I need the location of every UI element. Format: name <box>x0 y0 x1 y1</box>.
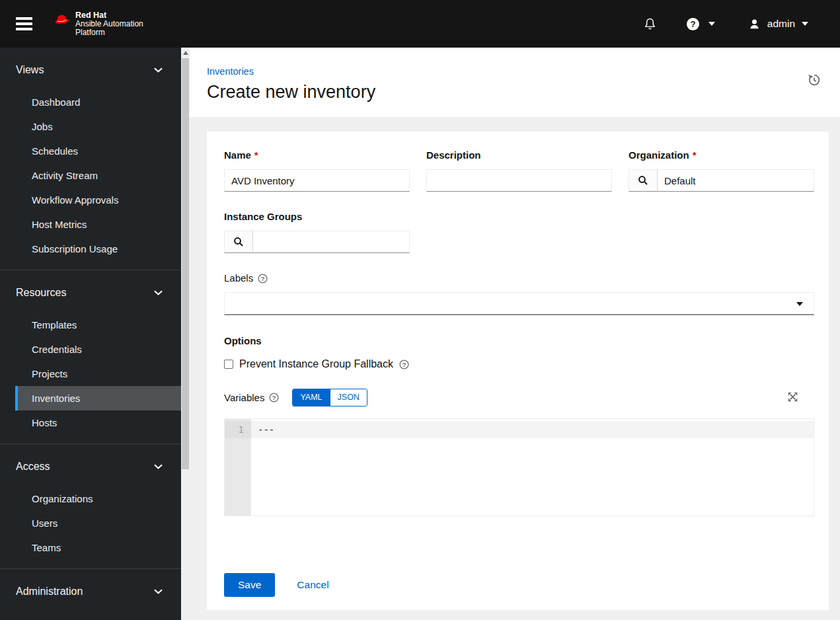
labels-select[interactable] <box>224 292 814 315</box>
sidebar-group-label: Resources <box>16 287 66 299</box>
instance-groups-search-button[interactable] <box>224 231 253 253</box>
sidebar-item-label: Inventories <box>32 393 80 404</box>
nav-group-resources: Resources Templates Credentials Projects… <box>0 270 181 444</box>
caret-down-icon <box>802 22 808 26</box>
sidebar-item-label: Projects <box>32 368 67 379</box>
save-button[interactable]: Save <box>224 573 275 597</box>
instance-groups-input[interactable] <box>253 231 410 253</box>
sidebar-item-schedules[interactable]: Schedules <box>15 139 181 163</box>
nav-toggle-button[interactable] <box>12 13 36 34</box>
masthead-toolbar: ? admin <box>639 13 812 35</box>
sidebar-item-subscription-usage[interactable]: Subscription Usage <box>15 237 181 261</box>
sidebar-item-credentials[interactable]: Credentials <box>15 337 181 362</box>
help-icon[interactable]: ? <box>399 360 409 369</box>
chevron-down-icon <box>154 464 163 469</box>
history-icon <box>807 73 821 87</box>
bell-icon <box>643 17 657 31</box>
organization-input[interactable] <box>658 169 814 192</box>
scrollbar-up-button[interactable] <box>181 48 190 58</box>
sidebar-nav: Views Dashboard Jobs Schedules Activity … <box>0 48 190 620</box>
variables-label: Variables ? <box>224 392 279 403</box>
username-label: admin <box>767 18 795 30</box>
sidebar-item-templates[interactable]: Templates <box>15 313 181 337</box>
user-icon <box>748 18 761 30</box>
variables-editor[interactable]: 1 --- <box>224 418 814 516</box>
user-menu-button[interactable]: admin <box>744 14 812 34</box>
editor-gutter: 1 <box>225 419 251 516</box>
organization-field-group: Organization * <box>629 150 814 192</box>
nav-group-administration: Administration Credential Types <box>0 568 181 620</box>
editor-active-line: --- <box>251 421 814 438</box>
help-menu-button[interactable]: ? <box>682 13 719 35</box>
editor-expand-button[interactable] <box>786 390 800 406</box>
sidebar-scrollbar-thumb[interactable] <box>182 58 189 469</box>
sidebar-item-label: Host Metrics <box>32 219 87 230</box>
editor-line-text: --- <box>258 424 274 435</box>
nav-group-access: Access Organizations Users Teams <box>0 444 181 568</box>
labels-label: Labels ? <box>224 273 814 284</box>
sidebar-item-users[interactable]: Users <box>15 511 181 535</box>
name-field-group: Name * <box>224 150 410 192</box>
sidebar-item-dashboard[interactable]: Dashboard <box>15 90 181 114</box>
activity-history-button[interactable] <box>806 71 823 91</box>
prevent-fallback-checkbox[interactable] <box>224 360 233 369</box>
sidebar-item-label: Users <box>32 518 57 529</box>
sidebar-group-label: Administration <box>16 586 83 598</box>
sidebar-item-workflow-approvals[interactable]: Workflow Approvals <box>15 188 181 212</box>
sidebar-group-label: Views <box>16 64 44 76</box>
sidebar-group-resources[interactable]: Resources <box>0 278 181 307</box>
sidebar-item-label: Templates <box>32 319 77 330</box>
hamburger-icon <box>16 17 32 30</box>
sidebar-item-label: Credentials <box>32 344 82 355</box>
sidebar-item-label: Activity Stream <box>32 170 98 181</box>
svg-text:?: ? <box>402 361 406 368</box>
yaml-toggle-button[interactable]: YAML <box>293 389 329 406</box>
search-icon <box>638 175 648 186</box>
sidebar-item-organizations[interactable]: Organizations <box>15 486 181 511</box>
brand-logo: Red Hat Ansible Automation Platform <box>53 11 143 37</box>
sidebar-item-label: Dashboard <box>32 97 80 108</box>
sidebar-group-views[interactable]: Views <box>0 56 181 85</box>
editor-line-number: 1 <box>225 421 251 438</box>
brand-line-2: Ansible Automation <box>75 20 143 28</box>
options-section: Options Prevent Instance Group Fallback … <box>224 335 814 370</box>
sidebar-item-activity-stream[interactable]: Activity Stream <box>15 163 181 188</box>
organization-label: Organization * <box>629 150 814 161</box>
svg-text:?: ? <box>690 19 695 29</box>
json-toggle-button[interactable]: JSON <box>330 389 367 406</box>
page-body: Name * Description <box>190 117 840 620</box>
sidebar-item-label: Schedules <box>32 145 78 157</box>
description-input[interactable] <box>426 169 612 192</box>
sidebar-item-label: Teams <box>32 542 61 553</box>
sidebar-item-jobs[interactable]: Jobs <box>15 114 181 139</box>
help-icon[interactable]: ? <box>269 393 279 403</box>
sidebar-item-inventories[interactable]: Inventories <box>15 386 181 410</box>
sidebar-scrollbar[interactable] <box>181 48 190 620</box>
name-label: Name * <box>224 150 410 161</box>
prevent-fallback-label[interactable]: Prevent Instance Group Fallback <box>239 358 393 370</box>
brand-line-3: Platform <box>75 28 143 37</box>
organization-search-button[interactable] <box>629 169 658 192</box>
brand-line-1: Red Hat <box>75 11 143 20</box>
sidebar-item-hosts[interactable]: Hosts <box>15 410 181 435</box>
help-icon[interactable]: ? <box>258 274 268 284</box>
sidebar-item-projects[interactable]: Projects <box>15 362 181 386</box>
notifications-button[interactable] <box>639 13 661 35</box>
expand-arrows-icon <box>787 391 798 403</box>
sidebar-item-teams[interactable]: Teams <box>15 535 181 560</box>
caret-down-icon <box>796 302 803 306</box>
editor-code-area[interactable]: --- <box>251 419 814 516</box>
search-icon <box>233 237 244 247</box>
variables-header: Variables ? YAML JSON <box>224 389 814 407</box>
cancel-button[interactable]: Cancel <box>286 579 339 591</box>
sidebar-item-label: Organizations <box>32 493 93 504</box>
sidebar-group-access[interactable]: Access <box>0 452 181 481</box>
sidebar-group-administration[interactable]: Administration <box>0 577 181 606</box>
sidebar-item-label: Subscription Usage <box>32 243 118 254</box>
breadcrumb-inventories-link[interactable]: Inventories <box>207 66 254 77</box>
options-title: Options <box>224 335 814 346</box>
sidebar-item-label: Jobs <box>32 121 53 132</box>
name-input[interactable] <box>224 169 410 192</box>
sidebar-item-host-metrics[interactable]: Host Metrics <box>15 212 181 237</box>
sidebar-item-credential-types[interactable]: Credential Types <box>15 611 181 620</box>
